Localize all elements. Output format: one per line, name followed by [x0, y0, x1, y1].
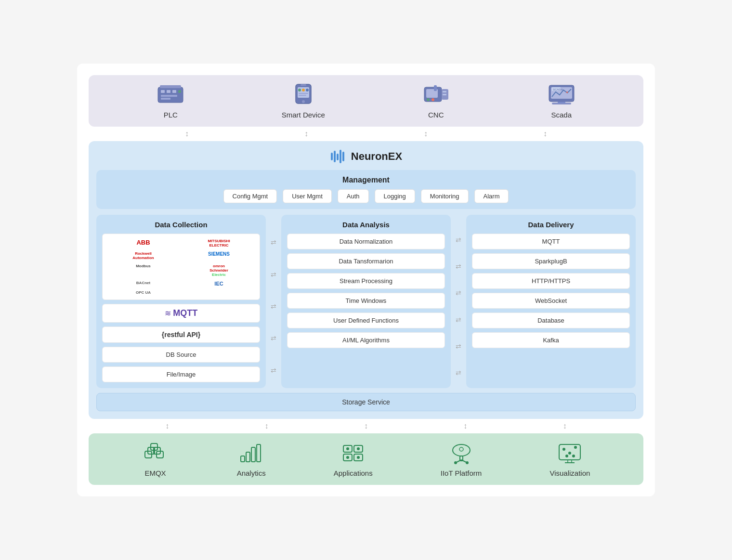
app-analytics: Analytics [237, 441, 266, 477]
svg-rect-20 [443, 91, 446, 92]
svg-rect-6 [161, 98, 170, 100]
delivery-database: Database [472, 313, 630, 328]
svg-rect-1 [160, 85, 181, 88]
mqtt-text: MQTT [173, 308, 197, 318]
mgmt-auth: Auth [338, 189, 369, 203]
svg-point-64 [574, 446, 577, 449]
mgmt-monitoring: Monitoring [421, 189, 469, 203]
arrow-cnc: ↕ [424, 130, 428, 138]
iiot-label: IIoT Platform [441, 469, 482, 477]
svg-point-14 [306, 89, 309, 91]
mgmt-logging: Logging [375, 189, 415, 203]
brand-bacnet: BACnet [106, 280, 180, 287]
svg-point-10 [302, 100, 305, 103]
harrow-2: ⇄ [271, 271, 276, 278]
rarrow-2: ⇄ [456, 263, 461, 270]
brand-iec: IEC [182, 280, 256, 287]
svg-point-54 [453, 444, 470, 456]
data-collection-column: Data Collection ABB MITSUBISHIELECTRIC R… [96, 215, 266, 388]
bottom-arrows: ↕ ↕ ↕ ↕ ↕ [89, 419, 643, 433]
app-applications: Applications [334, 441, 373, 477]
brand-omron: omronSchneiderElectric [182, 263, 256, 278]
rarrow-1: ⇄ [456, 236, 461, 243]
svg-rect-33 [334, 151, 336, 162]
svg-rect-42 [241, 456, 245, 462]
data-collection-title: Data Collection [102, 221, 260, 229]
data-delivery-title: Data Delivery [472, 221, 630, 229]
svg-rect-24 [434, 85, 437, 91]
svg-point-60 [459, 447, 463, 451]
svg-rect-43 [246, 452, 250, 462]
neuronex-logo-icon [330, 149, 347, 164]
cnc-label: CNC [428, 111, 444, 119]
neuronex-title: NeuronEX [96, 149, 636, 164]
svg-point-12 [298, 89, 301, 91]
delivery-http: HTTP/HTTPS [472, 273, 630, 289]
svg-rect-11 [301, 84, 306, 86]
visualization-label: Visualization [549, 469, 590, 477]
left-arrows: ⇄ ⇄ ⇄ ⇄ ⇄ [266, 215, 281, 388]
harrow-4: ⇄ [271, 335, 276, 341]
storage-service: Storage Service [96, 393, 636, 411]
svg-rect-35 [340, 150, 341, 163]
arrow-smart: ↕ [304, 130, 308, 138]
delivery-websocket: WebSocket [472, 293, 630, 309]
db-source-card: DB Source [102, 347, 260, 363]
svg-rect-7 [178, 90, 181, 93]
brands-card: ABB MITSUBISHIELECTRIC RockwellAutomatio… [102, 234, 260, 300]
time-windows: Time Windows [287, 293, 445, 309]
svg-point-22 [427, 98, 430, 101]
app-emqx: EMQX [142, 441, 169, 477]
scada-icon: ▲ SCADA [547, 83, 576, 107]
svg-rect-21 [443, 94, 446, 95]
svg-rect-3 [167, 90, 170, 93]
svg-point-50 [346, 447, 349, 450]
svg-rect-44 [251, 447, 255, 462]
three-columns-section: Data Collection ABB MITSUBISHIELECTRIC R… [96, 215, 636, 388]
mqtt-signal-icon: ≋ [165, 309, 171, 317]
emqx-label: EMQX [144, 469, 166, 477]
data-normalization: Data Normalization [287, 234, 445, 249]
svg-rect-16 [299, 95, 306, 96]
user-defined-functions: User Defined Functions [287, 313, 445, 328]
management-section: Management Config Mgmt User Mgmt Auth Lo… [96, 170, 636, 209]
svg-point-66 [572, 455, 575, 457]
right-arrows: ⇄ ⇄ ⇄ ⇄ ⇄ ⇄ [451, 215, 466, 388]
data-analysis-title: Data Analysis [287, 221, 445, 229]
delivery-sparkplugb: SparkplugB [472, 253, 630, 269]
mgmt-config: Config Mgmt [223, 189, 277, 203]
diagram-wrapper: PLC Smart Device [77, 64, 655, 496]
plc-label: PLC [164, 111, 178, 119]
svg-rect-2 [161, 90, 165, 93]
svg-rect-36 [342, 152, 344, 161]
data-transformation: Data Tansformarion [287, 253, 445, 269]
scada-label: Scada [551, 111, 572, 119]
barrow-1: ↕ [165, 422, 169, 430]
svg-point-13 [302, 89, 305, 91]
devices-row: PLC Smart Device [89, 75, 643, 127]
smart-device-label: Smart Device [282, 111, 325, 119]
device-cnc: CNC [421, 83, 450, 119]
rarrow-3: ⇄ [456, 289, 461, 296]
svg-text:SCADA: SCADA [553, 88, 563, 91]
apps-row: EMQX Analytics [89, 433, 643, 485]
mqtt-card: ≋ MQTT [102, 304, 260, 323]
applications-icon [340, 441, 366, 465]
svg-point-59 [466, 461, 469, 464]
device-smart: Smart Device [282, 83, 325, 119]
svg-point-58 [454, 461, 457, 464]
app-visualization: Visualization [549, 441, 590, 477]
svg-rect-4 [172, 90, 176, 93]
mgmt-alarm: Alarm [474, 189, 509, 203]
rarrow-4: ⇄ [456, 316, 461, 323]
mgmt-user: User Mgmt [283, 189, 332, 203]
svg-point-23 [431, 98, 434, 101]
barrow-4: ↕ [463, 422, 467, 430]
rarrow-5: ⇄ [456, 343, 461, 350]
device-plc: PLC [156, 83, 185, 119]
data-delivery-column: Data Delivery MQTT SparkplugB HTTP/HTTPS… [466, 215, 636, 388]
analytics-icon [238, 441, 265, 465]
svg-point-52 [346, 456, 349, 459]
management-items: Config Mgmt User Mgmt Auth Logging Monit… [104, 189, 628, 203]
svg-point-62 [562, 448, 565, 451]
